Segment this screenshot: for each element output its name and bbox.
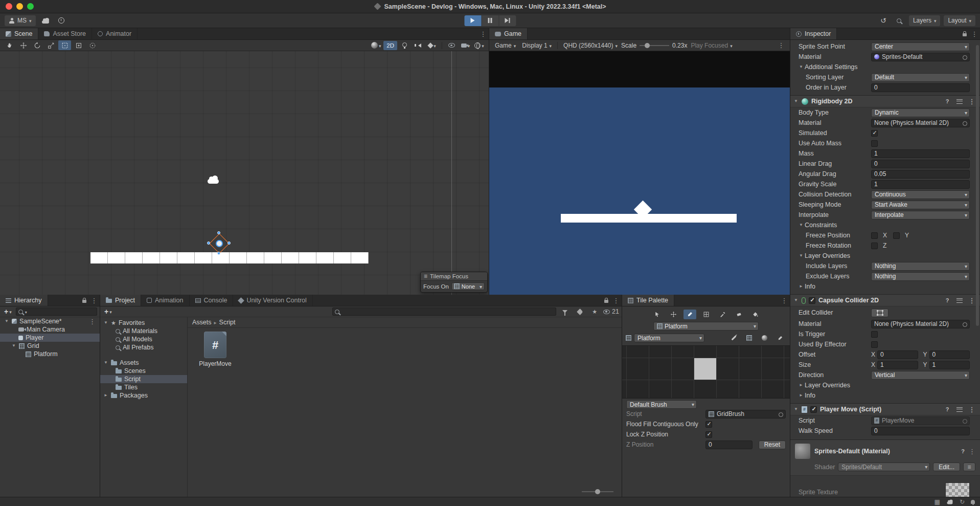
foldout-icon[interactable] xyxy=(799,65,804,69)
tab-inspector[interactable]: Inspector xyxy=(790,28,837,39)
zoom-window-button[interactable] xyxy=(27,3,34,10)
rb-info-foldout[interactable]: Info xyxy=(805,283,815,290)
help-icon[interactable] xyxy=(961,448,965,455)
rect-handle[interactable] xyxy=(207,241,210,245)
asset-item-playermove[interactable]: PlayerMove xyxy=(195,332,235,367)
tab-tile-palette[interactable]: Tile Palette xyxy=(622,295,674,306)
project-favorites[interactable]: Favorites xyxy=(100,319,187,327)
foldout-icon[interactable] xyxy=(4,319,9,323)
foldout-icon[interactable] xyxy=(793,99,799,103)
offset-y-field[interactable]: 0 xyxy=(929,350,970,359)
palette-gizmos-toggle[interactable] xyxy=(758,333,771,343)
constraints-foldout[interactable]: Constraints xyxy=(805,222,837,229)
rect-handle[interactable] xyxy=(217,252,220,255)
inspector-scrollbar[interactable] xyxy=(975,42,979,495)
sorting-layer-dropdown[interactable]: Default xyxy=(871,73,970,82)
resolution-dropdown[interactable]: QHD (2560x1440) xyxy=(561,41,620,50)
include-layers-dropdown[interactable]: Nothing xyxy=(871,262,970,271)
scene-effects-dropdown[interactable] xyxy=(426,40,439,50)
move-tool[interactable] xyxy=(17,40,30,50)
help-icon[interactable] xyxy=(943,98,952,104)
foldout-icon[interactable] xyxy=(793,407,799,411)
sleeping-mode-dropdown[interactable]: Start Awake xyxy=(871,201,970,209)
transform-tool[interactable] xyxy=(72,40,85,50)
scene-visibility-toggle[interactable] xyxy=(445,40,458,50)
pause-button[interactable] xyxy=(482,15,498,26)
tile-select-tool[interactable] xyxy=(651,310,664,319)
help-icon[interactable] xyxy=(943,406,952,412)
tile-eraser-tool[interactable] xyxy=(733,310,745,319)
body-type-dropdown[interactable]: Dynamic xyxy=(871,108,970,117)
game-view-menu-dropdown[interactable]: Game xyxy=(492,41,518,50)
global-search-button[interactable] xyxy=(893,15,905,26)
direction-dropdown[interactable]: Vertical xyxy=(871,371,970,380)
angular-drag-field[interactable]: 0.05 xyxy=(871,170,970,179)
layers-dropdown[interactable]: Layers xyxy=(909,15,941,26)
foldout-icon[interactable] xyxy=(799,383,804,387)
foldout-icon[interactable] xyxy=(103,393,108,398)
gravity-scale-field[interactable]: 1 xyxy=(871,180,970,189)
walk-speed-field[interactable]: 0 xyxy=(871,427,970,435)
tab-animator[interactable]: Animator xyxy=(92,28,138,39)
scrollbar-thumb[interactable] xyxy=(976,45,979,326)
brush-dropdown[interactable]: Default Brush xyxy=(626,400,697,409)
reset-button[interactable]: Reset xyxy=(759,441,786,449)
foldout-icon[interactable] xyxy=(103,321,108,325)
rect-handle[interactable] xyxy=(217,231,220,234)
tile-paint-tool[interactable] xyxy=(683,310,696,319)
asset-grid[interactable]: PlayerMove xyxy=(188,328,622,497)
undo-history-panel-button[interactable] xyxy=(877,15,890,26)
cloud-services-button[interactable] xyxy=(39,15,52,26)
cc-layer-overrides-foldout[interactable]: Layer Overrides xyxy=(805,382,850,389)
search-by-label-button[interactable] xyxy=(574,306,586,317)
foldout-icon[interactable] xyxy=(799,393,804,398)
project-all-materials[interactable]: All Materials xyxy=(100,327,187,335)
game-viewport[interactable] xyxy=(489,51,790,295)
tile-palette-grid[interactable] xyxy=(622,345,790,399)
asset-zoom-slider[interactable] xyxy=(582,491,613,492)
hierarchy-item-player[interactable]: Player xyxy=(0,334,100,342)
tab-unity-version-control[interactable]: Unity Version Control xyxy=(233,295,312,306)
save-search-button[interactable] xyxy=(588,306,601,317)
tile-move-tool[interactable] xyxy=(667,310,680,319)
close-window-button[interactable] xyxy=(6,3,12,10)
size-y-field[interactable]: 1 xyxy=(929,361,970,369)
play-button[interactable] xyxy=(464,15,481,26)
hidden-packages-count[interactable]: 21 xyxy=(603,306,619,317)
status-cache-icon[interactable] xyxy=(935,498,940,505)
hierarchy-lock-icon[interactable] xyxy=(80,295,88,306)
status-bell-icon[interactable] xyxy=(971,500,975,504)
project-search-input[interactable] xyxy=(332,307,556,316)
gizmos-dropdown[interactable] xyxy=(473,40,486,50)
pivot-handle[interactable] xyxy=(216,240,223,247)
breadcrumb-assets[interactable]: Assets xyxy=(192,319,212,326)
help-icon[interactable] xyxy=(943,297,952,303)
freeze-position-y-checkbox[interactable] xyxy=(893,232,900,239)
platform-tilemap-sprite[interactable] xyxy=(90,252,369,263)
breadcrumb-script[interactable]: Script xyxy=(219,319,236,326)
hierarchy-item-main-camera[interactable]: Main Camera xyxy=(0,325,100,334)
foldout-icon[interactable] xyxy=(799,254,804,258)
hierarchy-add-button[interactable] xyxy=(3,307,13,316)
simulated-checkbox[interactable] xyxy=(871,130,878,137)
additional-settings-foldout[interactable]: Additional Settings xyxy=(805,63,858,71)
collision-detection-dropdown[interactable]: Continuous xyxy=(871,190,970,199)
tab-animation[interactable]: Animation xyxy=(141,295,190,306)
sprite-sort-point-dropdown[interactable]: Center xyxy=(871,42,970,51)
project-assets-folder[interactable]: Assets xyxy=(100,359,187,367)
rect-tool[interactable] xyxy=(58,40,71,50)
edit-collider-button[interactable] xyxy=(871,309,888,317)
tab-hierarchy[interactable]: Hierarchy xyxy=(0,295,48,306)
hierarchy-item-grid[interactable]: Grid xyxy=(0,342,100,350)
sprite-texture-thumbnail[interactable] xyxy=(945,482,970,497)
scale-tool[interactable] xyxy=(44,40,57,50)
hierarchy-panel-menu-icon[interactable] xyxy=(88,295,100,306)
project-script-folder[interactable]: Script xyxy=(100,375,187,383)
is-trigger-checkbox[interactable] xyxy=(871,331,878,338)
scene-options-icon[interactable] xyxy=(89,318,98,325)
flood-fill-checkbox[interactable] xyxy=(705,421,712,428)
presets-icon[interactable] xyxy=(955,99,964,104)
use-auto-mass-checkbox[interactable] xyxy=(871,140,878,147)
rotate-tool[interactable] xyxy=(31,40,43,50)
platform-tile[interactable] xyxy=(694,358,716,380)
